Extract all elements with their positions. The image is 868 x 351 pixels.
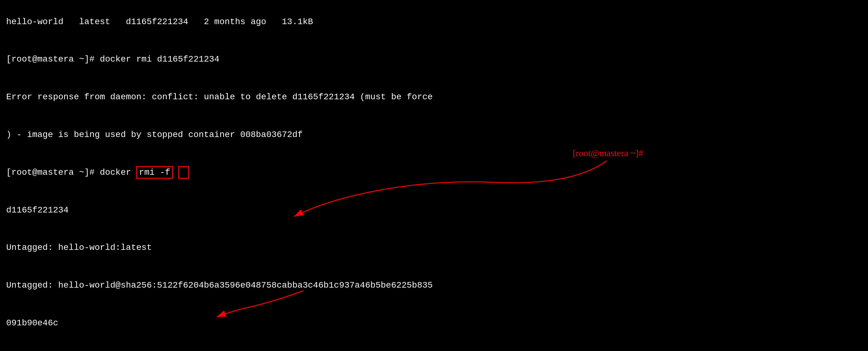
line2: [root@mastera ~]# docker rmi d1165f22123…: [6, 55, 219, 64]
line8: 091b90e46c: [6, 318, 58, 328]
line1: hello-world latest d1165f221234 2 months…: [6, 17, 313, 27]
image-id-box-1: [178, 166, 189, 179]
line5-space: [173, 168, 178, 177]
line5-prefix: [root@mastera ~]# docker: [6, 168, 136, 177]
terminal-output: hello-world latest d1165f221234 2 months…: [0, 0, 868, 351]
rmi-f-box: rmi -f: [136, 166, 173, 179]
line7: Untagged: hello-world:latest: [6, 243, 152, 252]
line6: d1165f221234: [6, 205, 69, 215]
annotation-import-image: [root@mastera ~]#: [573, 148, 643, 158]
line3: Error response from daemon: conflict: un…: [6, 92, 433, 102]
line4: ) - image is being used by stopped conta…: [6, 130, 303, 139]
line7b: Untagged: hello-world@sha256:5122f6204b6…: [6, 280, 433, 290]
